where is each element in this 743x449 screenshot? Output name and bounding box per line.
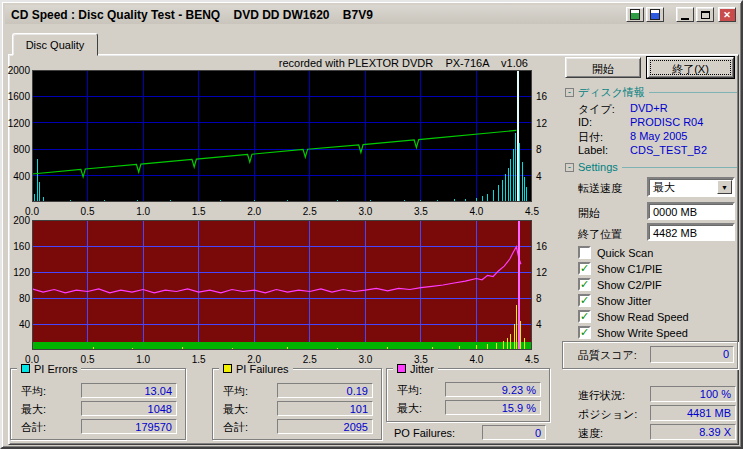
axis-tick-label: 8 (536, 144, 554, 155)
progress-label: 進行状況: (578, 388, 625, 403)
stat-label: 平均: (21, 384, 46, 399)
section-rule (649, 92, 737, 93)
start-button[interactable]: 開始 (565, 57, 641, 78)
exit-button[interactable]: 終了(X) (647, 57, 734, 78)
titlebar-extra-button-1[interactable] (626, 7, 644, 22)
titlebar-buttons: ✕ (626, 7, 736, 22)
collapse-icon[interactable]: - (565, 163, 574, 172)
axis-tick-label: 12 (536, 118, 554, 129)
section-rule (622, 167, 737, 168)
axis-tick-label: 40 (3, 319, 30, 330)
stat-label: 最大: (21, 402, 46, 417)
disc-type-value: DVD+R (630, 102, 668, 114)
close-button[interactable]: ✕ (718, 7, 736, 22)
stat-value: 2095 (277, 419, 373, 434)
axis-tick-label: 16 (536, 91, 554, 102)
stat-value: 0.19 (277, 383, 373, 398)
minimize-button[interactable] (676, 7, 694, 22)
checkbox-show-read-speed[interactable]: ✓ (578, 310, 591, 323)
checkbox-show-write-speed[interactable]: ✓ (578, 326, 591, 339)
checkbox-quick-scan[interactable] (578, 246, 591, 259)
jitter-legend-swatch (397, 364, 406, 373)
transfer-speed-label: 転送速度 (578, 181, 622, 196)
pi-failures-legend-swatch (223, 364, 232, 373)
axis-tick-label: 200 (3, 215, 30, 226)
checkbox-show-write-speed-label: Show Write Speed (597, 327, 688, 339)
transfer-speed-value: 最大 (653, 180, 675, 195)
document-icon-green (630, 9, 640, 20)
minimize-icon (681, 18, 689, 20)
po-failures-value: 0 (482, 425, 546, 440)
axis-tick-label: 160 (3, 241, 30, 252)
titlebar[interactable]: CD Speed : Disc Quality Test - BENQ DVD … (5, 5, 738, 24)
disc-date-value: 8 May 2005 (630, 130, 687, 142)
titlebar-extra-button-2[interactable] (646, 7, 664, 22)
settings-header: - Settings (565, 161, 737, 173)
stat-value: 9.23 % (445, 382, 541, 397)
disc-info-header: - ディスク情報 (565, 86, 737, 98)
checkbox-show-jitter-label: Show Jitter (597, 295, 651, 307)
axis-tick-label: 80 (3, 293, 30, 304)
pie-speed-chart (32, 70, 532, 202)
stat-value: 101 (277, 401, 373, 416)
progress-value: 100 % (650, 386, 736, 402)
stat-label: 最大: (223, 402, 248, 417)
transfer-speed-select[interactable]: 最大 ▼ (647, 177, 735, 197)
checkbox-show-c2-pif-label: Show C2/PIF (597, 279, 662, 291)
disc-id-value: PRODISC R04 (630, 116, 703, 128)
axis-tick-label: 1600 (3, 91, 30, 102)
axis-tick-label: 4 (536, 171, 554, 182)
axis-tick-label: 4.5 (521, 206, 543, 217)
disc-date-label: 日付: (578, 130, 603, 145)
position-label: ポジション: (578, 407, 637, 422)
axis-tick-label: 1200 (3, 118, 30, 129)
stat-label: 合計: (223, 420, 248, 435)
tab-label: Disc Quality (26, 39, 85, 51)
stat-value: 179570 (81, 419, 177, 434)
axis-tick-label: 4.5 (521, 354, 543, 365)
chevron-down-icon[interactable]: ▼ (717, 180, 732, 194)
tab-disc-quality[interactable]: Disc Quality (12, 33, 98, 56)
axis-tick-label: 0.5 (77, 206, 99, 217)
axis-tick-label: 3.5 (410, 354, 432, 365)
end-position-input[interactable] (647, 223, 735, 241)
speed-label: 速度: (578, 426, 603, 441)
speed-value: 8.39 X (650, 424, 736, 440)
stat-label: 平均: (223, 384, 248, 399)
axis-tick-label: 120 (3, 267, 30, 278)
checkbox-show-c2-pif[interactable]: ✓ (578, 278, 591, 291)
axis-tick-label: 12 (536, 267, 554, 278)
axis-tick-label: 1.5 (188, 206, 210, 217)
disc-label-label: Label: (578, 144, 608, 156)
checkbox-show-jitter[interactable]: ✓ (578, 294, 591, 307)
pi-failures-groupbox: PI Failures 平均:0.19 最大:101 合計:2095 (212, 368, 382, 440)
pi-errors-groupbox: PI Errors 平均:13.04 最大:1048 合計:179570 (10, 368, 186, 440)
axis-tick-label: 4 (536, 319, 554, 330)
axis-tick-label: 1.0 (132, 354, 154, 365)
axis-tick-label: 800 (3, 144, 30, 155)
stat-value: 13.04 (81, 383, 177, 398)
axis-tick-label: 16 (536, 241, 554, 252)
maximize-icon (701, 11, 710, 19)
checkbox-show-c1-pie-label: Show C1/PIE (597, 263, 662, 275)
po-failures-label: PO Failures: (394, 427, 455, 439)
close-icon: ✕ (723, 10, 731, 20)
end-position-label: 終了位置 (578, 227, 622, 242)
settings-header-label: Settings (578, 161, 618, 173)
window-title: CD Speed : Disc Quality Test - BENQ DVD … (11, 8, 373, 22)
start-position-label: 開始 (578, 206, 600, 221)
axis-tick-label: 3.0 (354, 354, 376, 365)
maximize-button[interactable] (696, 7, 714, 22)
disc-info-header-label: ディスク情報 (578, 85, 645, 100)
start-position-input[interactable] (647, 202, 735, 220)
axis-tick-label: 1.5 (188, 354, 210, 365)
checkbox-show-c1-pie[interactable]: ✓ (578, 262, 591, 275)
pif-jitter-chart (32, 220, 532, 350)
collapse-icon[interactable]: - (565, 88, 574, 97)
axis-tick-label: 4.0 (465, 354, 487, 365)
axis-tick-label: 2.5 (299, 354, 321, 365)
stat-label: 平均: (397, 383, 422, 398)
position-value: 4481 MB (650, 405, 736, 421)
stat-label: 合計: (21, 420, 46, 435)
chart-recorded-with-label: recorded with PLEXTOR DVDR PX-716A v1.06 (32, 57, 532, 69)
